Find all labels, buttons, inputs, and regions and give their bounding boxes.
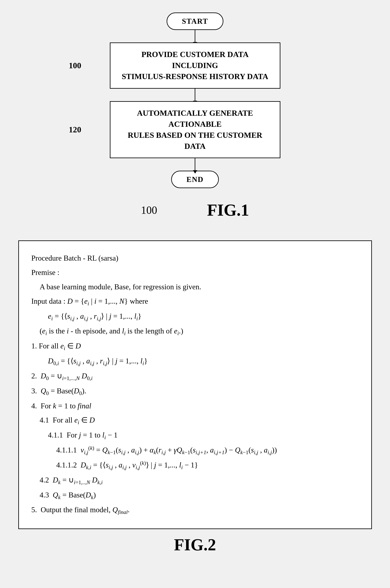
start-node: START	[167, 12, 223, 30]
arrow-2	[195, 89, 195, 101]
step-4-3: 4.3 Qk = Base(Dk)	[31, 488, 359, 502]
fig2-procedure-box: Procedure Batch - RL (sarsa) Premise : A…	[18, 240, 372, 529]
step-4: 4. For k = 1 to final	[31, 399, 359, 413]
box100-line1: PROVIDE CUSTOMER DATA INCLUDING	[121, 49, 269, 71]
step-4-1-1-2: 4.1.1.2 Dk,i = {⟨si,j , ai,j , vi,j(k)⟩ …	[31, 458, 359, 473]
step-4-1-1: 4.1.1 For j = 1 to li − 1	[31, 428, 359, 442]
step-1: 1. For all ei ∈ D	[31, 339, 359, 353]
step-2: 2. D0 = ∪i=1,...,N D0,i	[31, 369, 359, 383]
arrow-3	[195, 158, 195, 171]
step-3: 3. Q0 = Base(D0).	[31, 384, 359, 398]
step-4-1-1-1: 4.1.1.1 vi,j(k) = Qk−1(si,j , ai,j) + αk…	[31, 443, 359, 458]
fig2-title: FIG.2	[174, 535, 216, 554]
fig1-100-right-label: 100	[141, 204, 157, 216]
ei-definition: ei = {⟨si,j , ai,j , ri,j⟩ | j = 1,..., …	[31, 310, 359, 324]
fig1-title: FIG.1	[207, 201, 249, 219]
box120-line1: AUTOMATICALLY GENERATE ACTIONABLE	[121, 107, 269, 130]
box-100: 100 PROVIDE CUSTOMER DATA INCLUDING STIM…	[110, 43, 280, 89]
arrow-1	[195, 30, 195, 43]
episode-note: (ei is the i - th episode, and li is the…	[31, 324, 359, 338]
box100-line2: STIMULUS-RESPONSE HISTORY DATA	[121, 71, 269, 82]
box120-line2: RULES BASED ON THE CUSTOMER DATA	[121, 130, 269, 152]
step-5: 5. Output the final model, Qfinal.	[31, 503, 359, 517]
fig1-section: START 100 PROVIDE CUSTOMER DATA INCLUDIN…	[49, 12, 341, 232]
fig2-section: Procedure Batch - RL (sarsa) Premise : A…	[18, 240, 372, 554]
procedure-title: Procedure Batch - RL (sarsa)	[31, 251, 359, 265]
box-120: 120 AUTOMATICALLY GENERATE ACTIONABLE RU…	[110, 101, 280, 159]
premise-label: Premise :	[31, 266, 359, 279]
fig1-label-row: 100 FIG.1	[49, 201, 341, 219]
flowchart: START 100 PROVIDE CUSTOMER DATA INCLUDIN…	[49, 12, 341, 188]
label-120: 120	[69, 124, 81, 136]
label-100-top: 100	[69, 60, 81, 71]
premise-text: A base learning module, Base, for regres…	[31, 280, 359, 294]
input-data-line: Input data : D = {ei | i = 1,..., N} whe…	[31, 295, 359, 309]
step-1-D0i: D0,i = {⟨si,j , ai,j , ri,j⟩ | j = 1,...…	[31, 354, 359, 369]
step-4-1: 4.1 For all ei ∈ D	[31, 413, 359, 428]
step-4-2: 4.2 Dk = ∪i=1,..,N Dk,i	[31, 473, 359, 487]
